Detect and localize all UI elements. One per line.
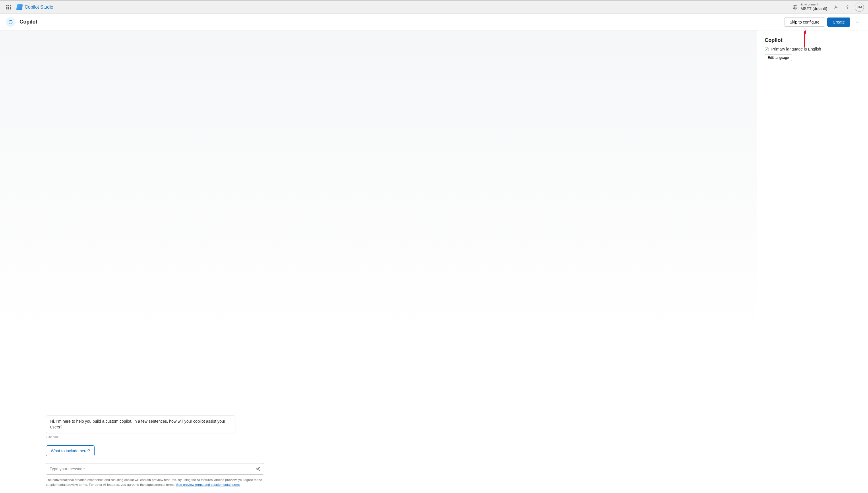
svg-point-6 bbox=[856, 22, 857, 22]
environment-text: Environment MSFT (default) bbox=[801, 3, 827, 11]
svg-point-8 bbox=[859, 22, 860, 22]
send-button[interactable] bbox=[253, 464, 262, 473]
assistant-message-bubble: Hi, I'm here to help you build a custom … bbox=[46, 415, 235, 433]
environment-picker[interactable]: Environment MSFT (default) bbox=[790, 2, 830, 12]
message-input[interactable] bbox=[46, 463, 264, 475]
copilot-studio-logo-icon bbox=[16, 4, 23, 10]
page-title: Copilot bbox=[20, 19, 37, 25]
checkmark-circle-icon bbox=[765, 47, 769, 51]
brand-home-link[interactable]: Copilot Studio bbox=[17, 4, 54, 10]
svg-point-7 bbox=[858, 22, 858, 22]
command-bar: Copilot Skip to configure Create bbox=[0, 14, 868, 30]
sparkle-refresh-icon bbox=[8, 20, 13, 25]
svg-marker-5 bbox=[9, 23, 9, 24]
globe-icon bbox=[792, 5, 798, 10]
quick-reply-suggestion[interactable]: What to include here? bbox=[46, 445, 95, 456]
copilot-spark-avatar bbox=[6, 17, 16, 27]
content-area: Hi, I'm here to help you build a custom … bbox=[0, 30, 868, 493]
top-navigation-bar: Copilot Studio Environment MSFT (default… bbox=[0, 0, 868, 14]
gear-icon bbox=[833, 5, 839, 10]
chat-pane: Hi, I'm here to help you build a custom … bbox=[0, 30, 757, 493]
ellipsis-icon bbox=[855, 20, 860, 24]
avatar-initials: HM bbox=[857, 5, 862, 9]
language-status-text: Primary language is English bbox=[771, 47, 821, 51]
preview-terms-link[interactable]: See preview terms and supplemental terms bbox=[176, 483, 240, 487]
side-pane-title: Copilot bbox=[765, 37, 861, 43]
svg-marker-4 bbox=[12, 20, 12, 21]
preview-disclaimer: The conversational creation experience a… bbox=[46, 477, 264, 488]
more-actions-button[interactable] bbox=[853, 18, 862, 27]
chat-stream: Hi, I'm here to help you build a custom … bbox=[0, 30, 757, 459]
properties-pane: Copilot Primary language is English Edit… bbox=[757, 30, 868, 493]
message-timestamp: Just now bbox=[46, 435, 757, 438]
environment-label: Environment bbox=[801, 3, 827, 6]
user-avatar[interactable]: HM bbox=[855, 3, 864, 12]
help-button[interactable] bbox=[842, 1, 853, 13]
product-name: Copilot Studio bbox=[25, 5, 54, 10]
create-button[interactable]: Create bbox=[827, 18, 850, 27]
question-icon bbox=[845, 5, 850, 10]
svg-point-2 bbox=[835, 6, 837, 8]
environment-value: MSFT (default) bbox=[801, 6, 827, 11]
skip-to-configure-button[interactable]: Skip to configure bbox=[784, 18, 825, 27]
app-launcher-button[interactable] bbox=[4, 3, 13, 12]
send-icon bbox=[255, 466, 260, 471]
waffle-icon bbox=[6, 5, 11, 9]
language-status-row: Primary language is English bbox=[765, 47, 861, 51]
edit-language-button[interactable]: Edit language bbox=[765, 54, 792, 61]
svg-point-3 bbox=[847, 8, 848, 9]
compose-area: The conversational creation experience a… bbox=[0, 459, 757, 493]
settings-button[interactable] bbox=[830, 1, 842, 13]
